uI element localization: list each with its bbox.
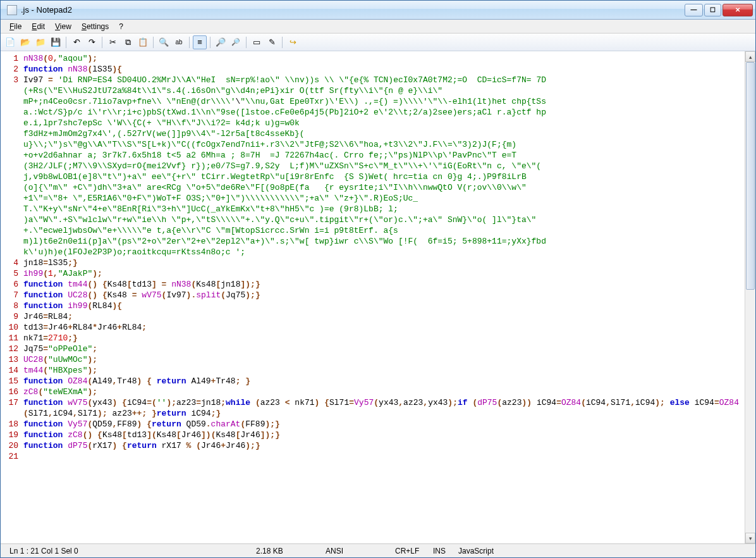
line-number: 12 [1,344,18,354]
paste-icon: 📋 [138,37,148,47]
find-button[interactable]: 🔍 [157,35,171,49]
new-file-button[interactable]: 📄 [3,35,17,49]
config-icon: ✎ [269,37,276,47]
minimize-button[interactable]: ― [685,4,703,16]
copy-button[interactable]: ⧉ [121,35,135,49]
code-line[interactable]: function ih99(RL84){ [23,301,745,311]
browse-icon: 📁 [35,37,46,47]
code-line[interactable]: function Vy57(QD59,FF89) {return QD59.ch… [23,419,745,430]
exit-button[interactable]: ↪ [286,35,300,49]
zoom-out-icon: 🔎 [231,38,240,46]
window-buttons: ― ☐ ✕ [685,4,753,16]
line-number: 5 [1,268,18,279]
line-number: 9 [1,311,18,322]
scroll-thumb[interactable] [746,62,755,290]
line-number: 13 [1,354,18,365]
code-line[interactable]: zC8("teWEXmA"); [23,387,745,397]
toolbar-separator [102,37,102,48]
exit-icon: ↪ [290,37,296,47]
statusbar: Ln 1 : 21 Col 1 Sel 0 2.18 KB ANSI CR+LF… [1,543,755,557]
code-line[interactable]: Iv97 = 'Di RNP=ES4 SD04UO.2%MrJ\\A\"HeI … [23,75,745,257]
cut-icon: ✂ [109,37,116,47]
line-number: 10 [1,322,18,333]
line-number: 20 [1,440,18,451]
cut-button[interactable]: ✂ [106,35,119,49]
config-button[interactable]: ✎ [265,35,279,49]
word-wrap-icon: ≡ [197,37,202,47]
scroll-up-arrow[interactable]: ▴ [745,51,755,62]
code-line[interactable]: Jq75="oPPeOle"; [23,344,745,354]
code-line[interactable]: function UC28() {Ks48 = wV75(Iv97).split… [23,290,745,301]
toolbar-separator [246,37,247,48]
line-number: 15 [1,376,18,387]
menu-edit[interactable]: Edit [27,21,50,32]
code-line[interactable]: function zC8() {Ks48[td13](Ks48[Jr46])(K… [23,430,745,440]
code-line[interactable]: ih99(1,"AJakP"); [23,268,745,279]
toolbar-separator [153,37,154,48]
code-line[interactable]: function wV75(yx43) {iC94=('');az23=jn18… [23,397,745,419]
status-language: JavaScript [453,547,499,555]
code-line[interactable]: tm44("HBXpes"); [23,365,745,376]
replace-button[interactable]: ab [172,35,186,49]
copy-icon: ⧉ [125,37,131,47]
scroll-down-arrow[interactable]: ▾ [745,533,755,543]
status-position: Ln 1 : 21 Col 1 Sel 0 [4,547,251,555]
line-number: 2 [1,64,18,75]
close-button[interactable]: ✕ [722,4,753,16]
code-line[interactable]: nN38(0,"aqou"); [23,53,745,64]
maximize-button[interactable]: ☐ [704,4,721,16]
new-file-icon: 📄 [5,37,15,47]
browse-button[interactable]: 📁 [34,35,47,49]
line-number-gutter: 123456789101112131415161718192021 [1,51,21,543]
line-number: 7 [1,290,18,301]
line-number: 6 [1,279,18,290]
code-line[interactable]: UC28("uUwMOc"); [23,354,745,365]
code-line[interactable] [23,451,745,462]
zoom-in-icon: 🔎 [216,37,226,47]
menu-view[interactable]: View [50,21,76,32]
find-icon: 🔍 [159,37,169,47]
toolbar-separator [210,37,210,48]
scheme-button[interactable]: ▭ [250,35,264,49]
open-folder-icon: 📂 [20,37,30,47]
redo-button[interactable]: ↷ [85,35,99,49]
code-line[interactable]: function OZ84(Al49,Tr48) { return Al49+T… [23,376,745,387]
save-icon: 💾 [51,37,61,47]
word-wrap-button[interactable]: ≡ [193,35,207,49]
save-button[interactable]: 💾 [49,35,63,49]
code-line[interactable]: function dP75(rX17) {return rX17 % (Jr46… [23,440,745,451]
window-title: .js - Notepad2 [21,5,685,15]
paste-button[interactable]: 📋 [136,35,150,49]
code-line[interactable]: function tm44() {Ks48[td13] = nN38(Ks48[… [23,279,745,290]
status-encoding: ANSI [320,547,390,555]
menu-settings[interactable]: Settings [76,21,114,32]
maximize-icon: ☐ [710,6,716,13]
menubar: File Edit View Settings ? [1,20,755,34]
app-icon [7,5,17,15]
code-line[interactable]: nk71=2710;} [23,333,745,344]
line-number: 4 [1,257,18,268]
open-file-button[interactable]: 📂 [18,35,32,49]
code-line[interactable]: function nN38(lS35){ [23,64,745,75]
code-line[interactable]: td13=Jr46+RL84*Jr46+RL84; [23,322,745,333]
menu-help[interactable]: ? [114,21,128,32]
scheme-icon: ▭ [253,37,260,47]
toolbar-separator [189,37,190,48]
status-mode: INS [428,547,453,555]
editor-area: 123456789101112131415161718192021 nN38(0… [1,51,755,543]
menu-file[interactable]: File [4,21,27,32]
titlebar[interactable]: .js - Notepad2 ― ☐ ✕ [1,1,755,20]
line-number: 11 [1,333,18,344]
toolbar: 📄 📂 📁 💾 ↶ ↷ ✂ ⧉ 📋 🔍 ab ≡ 🔎 🔎 ▭ ✎ ↪ [1,34,755,51]
vertical-scrollbar[interactable]: ▴ ▾ [745,51,755,543]
undo-button[interactable]: ↶ [70,35,83,49]
zoom-in-button[interactable]: 🔎 [214,35,228,49]
zoom-out-button[interactable]: 🔎 [229,35,243,49]
redo-icon: ↷ [88,37,95,47]
app-window: .js - Notepad2 ― ☐ ✕ File Edit View Sett… [0,0,756,558]
line-number: 18 [1,419,18,430]
code-line[interactable]: jn18=lS35;} [23,257,745,268]
toolbar-separator [66,37,66,48]
code-line[interactable]: Jr46=RL84; [23,311,745,322]
code-editor[interactable]: nN38(0,"aqou");function nN38(lS35){Iv97 … [21,51,745,543]
